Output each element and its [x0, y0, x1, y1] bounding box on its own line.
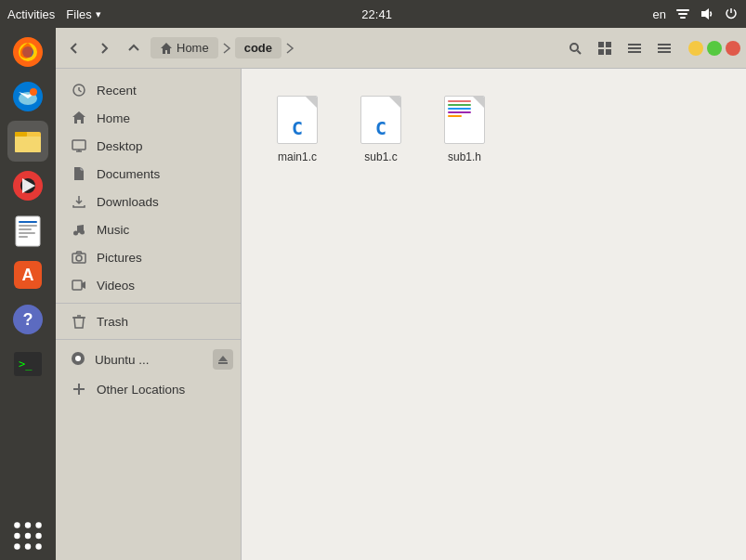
sidebar-separator-2 [56, 339, 241, 340]
activities-button[interactable]: Activities [7, 7, 55, 21]
svg-text:?: ? [23, 310, 33, 329]
sidebar-label-downloads: Downloads [97, 195, 159, 209]
back-button[interactable] [61, 35, 87, 61]
system-tray: en [653, 7, 739, 21]
dock-thunderbird[interactable] [7, 76, 48, 117]
svg-point-29 [14, 522, 20, 527]
power-icon[interactable] [724, 7, 739, 21]
maximize-button[interactable] [707, 41, 722, 56]
sidebar-item-downloads[interactable]: Downloads [56, 188, 241, 215]
search-button[interactable] [562, 35, 588, 61]
plus-icon [71, 381, 87, 397]
dock-writer[interactable] [7, 210, 48, 251]
lang-indicator[interactable]: en [653, 7, 666, 21]
svg-point-32 [14, 533, 20, 539]
eject-button[interactable] [213, 349, 233, 370]
svg-point-38 [570, 44, 578, 51]
sidebar-label-videos: Videos [97, 279, 135, 293]
breadcrumb-code[interactable]: code [235, 37, 281, 59]
file-manager: Home code [56, 28, 746, 560]
dock-appstore[interactable]: A [7, 254, 48, 295]
svg-point-30 [25, 522, 31, 527]
file-main1c[interactable]: C main1.c [260, 87, 334, 169]
dock-terminal[interactable]: >_ [7, 344, 48, 384]
svg-point-36 [25, 543, 31, 549]
sidebar-label-trash: Trash [97, 315, 128, 329]
sidebar-label-documents: Documents [97, 167, 160, 181]
sidebar-item-ubuntu[interactable]: Ubuntu ... [56, 344, 241, 375]
svg-rect-45 [628, 47, 641, 49]
svg-rect-18 [19, 221, 37, 223]
dock-appgrid[interactable] [7, 515, 48, 556]
options-menu-button[interactable] [651, 35, 677, 61]
sidebar-item-pictures[interactable]: Pictures [56, 243, 241, 271]
sidebar-item-documents[interactable]: Documents [56, 160, 241, 188]
svg-line-39 [578, 50, 582, 54]
minimize-button[interactable] [688, 41, 703, 56]
sidebar-item-home[interactable]: Home [56, 104, 241, 132]
home-icon [71, 110, 87, 126]
svg-rect-48 [658, 47, 671, 49]
svg-rect-19 [19, 225, 37, 227]
dock-files[interactable] [7, 121, 48, 162]
svg-rect-20 [19, 228, 32, 230]
svg-point-52 [73, 231, 78, 236]
dock-help[interactable]: ? [7, 299, 48, 340]
dock-firefox[interactable] [7, 32, 48, 72]
sidebar-label-home: Home [97, 111, 130, 125]
svg-rect-40 [598, 42, 604, 47]
sidebar-item-other-locations[interactable]: Other Locations [56, 375, 241, 403]
svg-marker-59 [218, 356, 228, 361]
sidebar-item-desktop[interactable]: Desktop [56, 132, 241, 160]
svg-rect-43 [606, 49, 611, 55]
breadcrumb-home[interactable]: Home [151, 37, 218, 59]
video-icon [71, 277, 87, 293]
svg-rect-12 [15, 137, 41, 152]
app-name-label: Files [66, 7, 91, 21]
svg-rect-17 [16, 216, 40, 246]
app-menu[interactable]: Files ▾ [66, 7, 100, 21]
sidebar-label-desktop: Desktop [97, 139, 143, 153]
svg-point-35 [14, 543, 20, 549]
forward-button[interactable] [91, 35, 117, 61]
sound-icon [700, 7, 714, 21]
svg-rect-1 [678, 13, 687, 15]
file-sub1h[interactable]: sub1.h [427, 87, 502, 169]
sidebar-label-pictures: Pictures [97, 251, 142, 265]
view-grid-button[interactable] [592, 35, 618, 61]
svg-rect-22 [19, 236, 28, 238]
music-icon [71, 221, 87, 238]
nav-bar: Home code [56, 28, 746, 69]
file-icon-sub1h [442, 93, 487, 147]
svg-point-37 [35, 543, 41, 549]
svg-rect-42 [598, 49, 604, 55]
up-button[interactable] [121, 35, 147, 61]
sidebar-item-music[interactable]: Music [56, 215, 241, 243]
file-icon-main1c: C [275, 93, 320, 147]
svg-rect-60 [218, 362, 228, 364]
close-button[interactable] [726, 41, 740, 56]
topbar: Activities Files ▾ 22:41 en [0, 0, 746, 28]
document-icon [71, 165, 87, 182]
sidebar-item-videos[interactable]: Videos [56, 271, 241, 299]
svg-point-58 [75, 356, 81, 361]
network-icon [675, 7, 690, 21]
file-area: C main1.c C sub1.c [242, 69, 746, 560]
svg-rect-2 [680, 17, 686, 19]
svg-text:>_: >_ [19, 358, 33, 371]
svg-marker-3 [701, 8, 709, 20]
view-list-button[interactable] [622, 35, 648, 61]
sidebar-item-recent[interactable]: Recent [56, 76, 241, 104]
sidebar-label-ubuntu: Ubuntu ... [95, 353, 150, 367]
breadcrumb-code-label: code [244, 41, 272, 55]
drive-icon [71, 351, 85, 369]
svg-rect-44 [628, 44, 641, 46]
dock-rhythmbox[interactable] [7, 165, 48, 206]
clock-icon [71, 82, 87, 98]
sidebar-item-trash[interactable]: Trash [56, 307, 241, 335]
file-sub1c[interactable]: C sub1.c [344, 87, 418, 169]
sidebar-separator [56, 303, 241, 304]
sidebar-label-other-locations: Other Locations [97, 383, 185, 397]
svg-rect-51 [72, 140, 85, 150]
svg-rect-41 [606, 42, 611, 47]
